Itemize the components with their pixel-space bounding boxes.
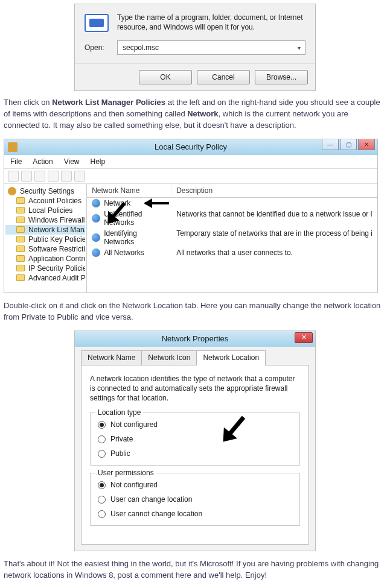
tree-item[interactable]: Public Key Policies bbox=[5, 235, 85, 244]
list-item[interactable]: All NetworksAll networks that a user con… bbox=[87, 247, 377, 258]
list-item-description: Temporary state of networks that are in … bbox=[171, 229, 377, 247]
folder-icon bbox=[16, 245, 25, 252]
open-combobox[interactable]: secpol.msc ▾ bbox=[117, 40, 305, 55]
folder-icon bbox=[16, 197, 25, 204]
list-item[interactable]: Unidentified NetworksNetworks that canno… bbox=[87, 209, 377, 228]
close-button[interactable]: ✕ bbox=[295, 332, 313, 343]
tab[interactable]: Network Location bbox=[196, 350, 266, 365]
tab[interactable]: Network Icon bbox=[141, 350, 197, 365]
article-paragraph-1: Then click on Network List Manager Polic… bbox=[4, 97, 386, 131]
tree-item[interactable]: Advanced Audit Policy Configuration bbox=[5, 273, 85, 283]
radio-option[interactable]: User cannot change location bbox=[98, 510, 292, 518]
folder-icon bbox=[16, 236, 25, 242]
maximize-button[interactable]: ▢ bbox=[340, 139, 357, 150]
run-dialog: Type the name of a program, folder, docu… bbox=[74, 4, 316, 91]
folder-icon bbox=[16, 217, 25, 223]
user-permissions-legend: User permissions bbox=[95, 469, 156, 477]
chevron-down-icon[interactable]: ▾ bbox=[293, 45, 305, 51]
tree-item[interactable]: IP Security Policies on Local Compute bbox=[5, 264, 85, 273]
toolbar-button[interactable] bbox=[8, 171, 19, 182]
tab[interactable]: Network Name bbox=[81, 350, 142, 365]
toolbar-button[interactable] bbox=[21, 171, 32, 182]
radio-label: User can change location bbox=[110, 495, 192, 504]
list-item[interactable]: Identifying NetworksTemporary state of n… bbox=[87, 228, 377, 247]
menu-item[interactable]: Action bbox=[33, 157, 53, 166]
security-icon bbox=[8, 187, 16, 195]
tree-item[interactable]: Local Policies bbox=[5, 206, 85, 215]
toolbar-button[interactable] bbox=[48, 171, 59, 182]
network-icon bbox=[92, 248, 100, 257]
app-icon bbox=[8, 142, 18, 152]
radio-icon bbox=[98, 481, 106, 489]
column-header-description[interactable]: Description bbox=[171, 184, 377, 197]
article-paragraph-2: Double-click on it and click on the Netw… bbox=[4, 300, 386, 323]
radio-icon bbox=[98, 510, 106, 518]
tree-item[interactable]: Windows Firewall with Advanced Secu bbox=[5, 215, 85, 225]
tab-description: A network location identifies the type o… bbox=[90, 374, 300, 403]
minimize-button[interactable]: — bbox=[322, 139, 339, 150]
radio-option[interactable]: Private bbox=[98, 435, 292, 443]
folder-icon bbox=[16, 274, 25, 281]
local-security-policy-window: Local Security Policy — ▢ ✕ FileActionVi… bbox=[4, 139, 378, 293]
run-description: Type the name of a program, folder, docu… bbox=[117, 13, 305, 32]
list-item-description bbox=[171, 198, 377, 208]
toolbar-button[interactable] bbox=[34, 171, 45, 182]
network-icon bbox=[92, 214, 100, 223]
toolbar-button[interactable] bbox=[74, 171, 85, 182]
tree-item[interactable]: Network List Manager Policies bbox=[5, 225, 85, 235]
folder-icon bbox=[16, 226, 25, 233]
radio-option[interactable]: Not configured bbox=[98, 481, 292, 489]
radio-option[interactable]: User can change location bbox=[98, 495, 292, 504]
menu-item[interactable]: Help bbox=[91, 157, 106, 166]
network-icon bbox=[92, 199, 100, 207]
list-item-description: All networks that a user connects to. bbox=[171, 248, 377, 258]
open-value[interactable]: secpol.msc bbox=[118, 43, 293, 52]
list-item[interactable]: Network bbox=[87, 198, 377, 209]
radio-icon bbox=[98, 435, 106, 443]
radio-label: User cannot change location bbox=[110, 510, 202, 518]
open-label: Open: bbox=[85, 43, 109, 52]
radio-label: Not configured bbox=[110, 420, 158, 429]
column-header-name[interactable]: Network Name bbox=[87, 184, 171, 197]
tree-item[interactable]: Application Control Policies bbox=[5, 254, 85, 264]
list-item-description: Networks that cannot be identified due t… bbox=[171, 209, 377, 227]
network-properties-dialog: Network Properties ✕ Network NameNetwork… bbox=[74, 330, 316, 552]
network-icon bbox=[92, 233, 100, 242]
radio-icon bbox=[98, 421, 106, 429]
radio-label: Not configured bbox=[110, 481, 158, 489]
close-button[interactable]: ✕ bbox=[358, 139, 375, 150]
folder-icon bbox=[16, 265, 25, 271]
folder-icon bbox=[16, 255, 25, 262]
window-title: Local Security Policy bbox=[155, 142, 227, 151]
radio-icon bbox=[98, 496, 106, 504]
radio-label: Private bbox=[110, 435, 133, 443]
radio-option[interactable]: Not configured bbox=[98, 420, 292, 429]
cancel-button[interactable]: Cancel bbox=[197, 70, 250, 84]
radio-icon bbox=[98, 450, 106, 458]
radio-label: Public bbox=[110, 449, 130, 458]
menu-item[interactable]: View bbox=[64, 157, 80, 166]
tree-item[interactable]: Account Policies bbox=[5, 196, 85, 206]
tree-root[interactable]: Security Settings bbox=[5, 186, 85, 196]
menu-item[interactable]: File bbox=[10, 157, 22, 166]
location-type-legend: Location type bbox=[95, 408, 143, 417]
toolbar-button[interactable] bbox=[61, 171, 72, 182]
ok-button[interactable]: OK bbox=[139, 70, 192, 84]
folder-icon bbox=[16, 207, 25, 213]
run-icon bbox=[85, 14, 109, 32]
browse-button[interactable]: Browse... bbox=[255, 70, 308, 84]
article-paragraph-3: That's about it! Not the easiest thing i… bbox=[4, 558, 386, 581]
radio-option[interactable]: Public bbox=[98, 449, 292, 458]
tree-item[interactable]: Software Restriction Policies bbox=[5, 244, 85, 254]
dialog-title: Network Properties bbox=[162, 334, 229, 343]
